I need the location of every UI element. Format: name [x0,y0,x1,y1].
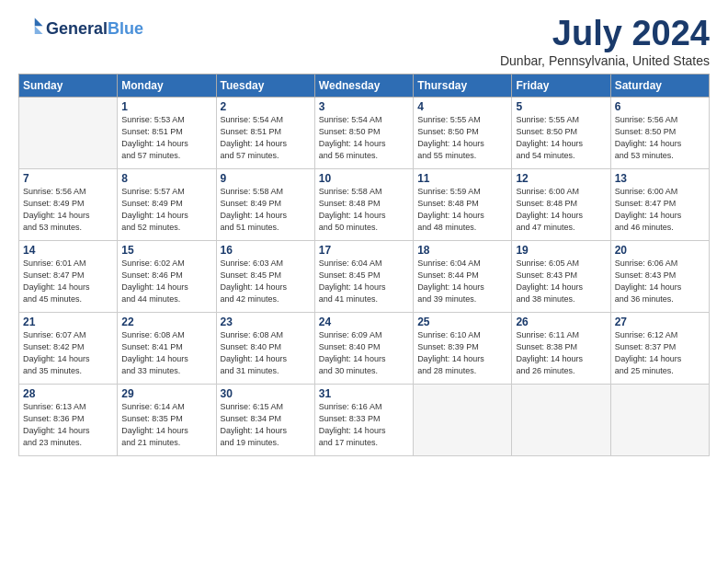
day-number: 4 [417,100,507,113]
day-number: 16 [221,244,311,257]
title-block: July 2024 Dunbar, Pennsylvania, United S… [500,15,710,68]
calendar-cell: 7Sunrise: 5:56 AM Sunset: 8:49 PM Daylig… [19,168,118,240]
calendar-cell: 14Sunrise: 6:01 AM Sunset: 8:47 PM Dayli… [19,240,118,312]
day-info: Sunrise: 6:04 AM Sunset: 8:44 PM Dayligh… [417,258,507,305]
day-number: 30 [221,387,311,400]
logo-icon [20,15,46,40]
day-info: Sunrise: 6:06 AM Sunset: 8:43 PM Dayligh… [615,258,705,305]
calendar-cell [610,384,709,455]
day-info: Sunrise: 6:09 AM Sunset: 8:40 PM Dayligh… [319,329,409,377]
day-number: 5 [516,100,606,113]
calendar-cell: 18Sunrise: 6:04 AM Sunset: 8:44 PM Dayli… [414,240,512,312]
weekday-header-monday: Monday [118,74,216,97]
day-number: 10 [319,172,409,185]
day-info: Sunrise: 6:08 AM Sunset: 8:40 PM Dayligh… [221,329,311,377]
day-info: Sunrise: 6:00 AM Sunset: 8:48 PM Dayligh… [516,186,606,234]
day-info: Sunrise: 6:12 AM Sunset: 8:37 PM Dayligh… [615,329,705,377]
calendar-cell [414,384,512,455]
weekday-header-wednesday: Wednesday [314,74,413,97]
day-number: 23 [221,316,311,328]
day-number: 22 [121,316,211,328]
calendar-cell: 23Sunrise: 6:08 AM Sunset: 8:40 PM Dayli… [216,312,314,384]
calendar-cell [19,97,118,168]
day-info: Sunrise: 5:58 AM Sunset: 8:49 PM Dayligh… [221,186,311,234]
calendar-cell: 27Sunrise: 6:12 AM Sunset: 8:37 PM Dayli… [610,312,709,384]
day-info: Sunrise: 6:16 AM Sunset: 8:33 PM Dayligh… [319,401,409,449]
weekday-header-thursday: Thursday [414,74,512,97]
calendar-cell: 4Sunrise: 5:55 AM Sunset: 8:50 PM Daylig… [414,97,512,168]
calendar-table: SundayMondayTuesdayWednesdayThursdayFrid… [18,74,710,456]
day-info: Sunrise: 5:59 AM Sunset: 8:48 PM Dayligh… [417,186,507,234]
day-info: Sunrise: 6:11 AM Sunset: 8:38 PM Dayligh… [516,329,606,377]
calendar-cell: 20Sunrise: 6:06 AM Sunset: 8:43 PM Dayli… [610,240,709,312]
day-info: Sunrise: 6:00 AM Sunset: 8:47 PM Dayligh… [615,186,705,234]
day-number: 28 [23,387,113,400]
day-info: Sunrise: 5:56 AM Sunset: 8:49 PM Dayligh… [23,186,113,234]
day-info: Sunrise: 6:08 AM Sunset: 8:41 PM Dayligh… [121,329,211,377]
calendar-week-4: 21Sunrise: 6:07 AM Sunset: 8:42 PM Dayli… [19,312,710,384]
day-info: Sunrise: 6:03 AM Sunset: 8:45 PM Dayligh… [221,258,311,305]
calendar-cell: 8Sunrise: 5:57 AM Sunset: 8:49 PM Daylig… [118,168,216,240]
day-number: 29 [121,387,211,400]
day-info: Sunrise: 6:13 AM Sunset: 8:36 PM Dayligh… [23,401,113,449]
location: Dunbar, Pennsylvania, United States [500,53,710,68]
day-info: Sunrise: 6:02 AM Sunset: 8:46 PM Dayligh… [121,258,211,305]
day-info: Sunrise: 5:55 AM Sunset: 8:50 PM Dayligh… [516,114,606,162]
day-info: Sunrise: 6:14 AM Sunset: 8:35 PM Dayligh… [121,401,211,449]
calendar-cell: 16Sunrise: 6:03 AM Sunset: 8:45 PM Dayli… [216,240,314,312]
day-info: Sunrise: 6:15 AM Sunset: 8:34 PM Dayligh… [221,401,311,449]
day-info: Sunrise: 5:57 AM Sunset: 8:49 PM Dayligh… [121,186,211,234]
header: GeneralBlue July 2024 Dunbar, Pennsylvan… [18,15,710,68]
day-info: Sunrise: 5:58 AM Sunset: 8:48 PM Dayligh… [319,186,409,234]
day-number: 13 [615,172,705,185]
calendar-cell: 6Sunrise: 5:56 AM Sunset: 8:50 PM Daylig… [610,97,709,168]
day-number: 27 [615,316,705,328]
day-number: 7 [23,172,113,185]
calendar-cell: 1Sunrise: 5:53 AM Sunset: 8:51 PM Daylig… [118,97,216,168]
calendar-cell: 22Sunrise: 6:08 AM Sunset: 8:41 PM Dayli… [118,312,216,384]
svg-marker-1 [35,26,43,34]
calendar-week-1: 1Sunrise: 5:53 AM Sunset: 8:51 PM Daylig… [19,97,710,168]
day-info: Sunrise: 5:53 AM Sunset: 8:51 PM Dayligh… [121,114,211,162]
calendar-cell: 9Sunrise: 5:58 AM Sunset: 8:49 PM Daylig… [216,168,314,240]
day-number: 21 [23,316,113,328]
day-number: 14 [23,244,113,257]
weekday-header-friday: Friday [512,74,610,97]
logo-text: GeneralBlue [46,20,143,39]
day-info: Sunrise: 5:54 AM Sunset: 8:50 PM Dayligh… [319,114,409,162]
calendar-cell: 17Sunrise: 6:04 AM Sunset: 8:45 PM Dayli… [314,240,413,312]
calendar-cell: 26Sunrise: 6:11 AM Sunset: 8:38 PM Dayli… [512,312,610,384]
calendar-cell: 15Sunrise: 6:02 AM Sunset: 8:46 PM Dayli… [118,240,216,312]
weekday-header-tuesday: Tuesday [216,74,314,97]
calendar-cell [512,384,610,455]
weekday-header-saturday: Saturday [610,74,709,97]
weekday-header-sunday: Sunday [19,74,118,97]
day-number: 18 [417,244,507,257]
day-number: 25 [417,316,507,328]
calendar-cell: 3Sunrise: 5:54 AM Sunset: 8:50 PM Daylig… [314,97,413,168]
calendar-cell: 13Sunrise: 6:00 AM Sunset: 8:47 PM Dayli… [610,168,709,240]
svg-marker-0 [35,18,43,27]
calendar-cell: 5Sunrise: 5:55 AM Sunset: 8:50 PM Daylig… [512,97,610,168]
calendar-cell: 12Sunrise: 6:00 AM Sunset: 8:48 PM Dayli… [512,168,610,240]
page: GeneralBlue July 2024 Dunbar, Pennsylvan… [0,0,728,465]
day-number: 17 [319,244,409,257]
day-number: 12 [516,172,606,185]
calendar-cell: 30Sunrise: 6:15 AM Sunset: 8:34 PM Dayli… [216,384,314,455]
day-number: 24 [319,316,409,328]
day-number: 26 [516,316,606,328]
day-number: 19 [516,244,606,257]
calendar-cell: 24Sunrise: 6:09 AM Sunset: 8:40 PM Dayli… [314,312,413,384]
day-number: 3 [319,100,409,113]
calendar-cell: 11Sunrise: 5:59 AM Sunset: 8:48 PM Dayli… [414,168,512,240]
month-title: July 2024 [500,15,710,53]
day-info: Sunrise: 6:05 AM Sunset: 8:43 PM Dayligh… [516,258,606,305]
calendar-week-5: 28Sunrise: 6:13 AM Sunset: 8:36 PM Dayli… [19,384,710,455]
day-number: 9 [221,172,311,185]
day-number: 15 [121,244,211,257]
day-info: Sunrise: 5:54 AM Sunset: 8:51 PM Dayligh… [221,114,311,162]
calendar-cell: 10Sunrise: 5:58 AM Sunset: 8:48 PM Dayli… [314,168,413,240]
day-number: 31 [319,387,409,400]
calendar-cell: 2Sunrise: 5:54 AM Sunset: 8:51 PM Daylig… [216,97,314,168]
day-info: Sunrise: 6:07 AM Sunset: 8:42 PM Dayligh… [23,329,113,377]
